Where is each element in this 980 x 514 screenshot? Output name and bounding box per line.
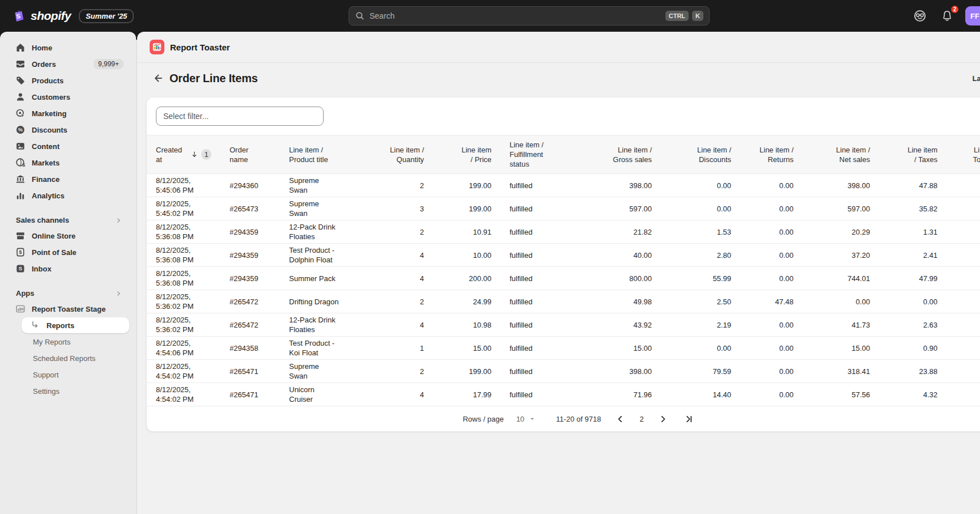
column-header-created[interactable]: Created at1 bbox=[147, 135, 220, 174]
cell-price: 24.99 bbox=[433, 290, 500, 313]
column-header-discounts[interactable]: Line item / Discounts bbox=[661, 135, 740, 174]
cell-price: 199.00 bbox=[433, 174, 500, 197]
cell-created: 8/12/2025, 4:54:02 PM bbox=[147, 360, 220, 383]
notifications-button[interactable]: 2 bbox=[938, 7, 956, 25]
sidebar-item-online-store[interactable]: Online Store bbox=[7, 228, 129, 244]
sidebar-item-analytics[interactable]: Analytics bbox=[7, 188, 129, 203]
sidebar-item-report-toaster-stage[interactable]: Report Toaster Stage bbox=[7, 301, 129, 317]
edition-badge[interactable]: Summer '25 bbox=[79, 9, 134, 23]
cell-discounts: 1.53 bbox=[661, 220, 740, 244]
sidebar-main-nav: HomeOrders9,999+ProductsCustomersMarketi… bbox=[7, 40, 129, 203]
column-header-label: Line item / Total sales bbox=[973, 145, 980, 164]
column-header-status[interactable]: Line item / Fulfillment status bbox=[500, 135, 569, 174]
cell-status: fulfilled bbox=[500, 290, 569, 313]
sidebar-item-label: Scheduled Reports bbox=[33, 354, 96, 363]
svg-text:$: $ bbox=[23, 162, 26, 168]
sidebar-item-content[interactable]: Content bbox=[7, 138, 129, 154]
cell-discounts: 2.50 bbox=[661, 290, 740, 313]
cell-product: Supreme Swan bbox=[280, 197, 348, 220]
cell-product: Test Product - Dolphin Float bbox=[280, 244, 348, 267]
sidebar-section-apps[interactable]: Apps bbox=[7, 284, 129, 301]
cell-status: fulfilled bbox=[500, 244, 569, 267]
cell-discounts: 2.19 bbox=[661, 313, 740, 337]
cell-net: 20.29 bbox=[803, 220, 879, 244]
column-header-order[interactable]: Order name bbox=[220, 135, 280, 174]
sidekick-button[interactable] bbox=[911, 7, 929, 25]
sidebar-item-marketing[interactable]: Marketing bbox=[7, 105, 129, 121]
page-title-row: Order Line Items Last 30 Days bbox=[137, 63, 980, 94]
cell-total: 0.00 bbox=[947, 290, 980, 313]
previous-page-button[interactable] bbox=[613, 412, 627, 426]
sidebar-item-scheduled-reports[interactable]: Scheduled Reports bbox=[7, 350, 129, 366]
next-page-button[interactable] bbox=[656, 412, 670, 426]
sidebar-item-my-reports[interactable]: My Reports bbox=[7, 334, 129, 350]
chevron-down-icon bbox=[529, 415, 536, 422]
sidebar-item-label: Inbox bbox=[32, 265, 52, 273]
sidebar-item-markets[interactable]: $Markets bbox=[7, 155, 129, 171]
sort-order-badge: 1 bbox=[201, 149, 211, 160]
sidebar-item-finance[interactable]: Finance bbox=[7, 171, 129, 187]
chevron-right-icon bbox=[114, 216, 122, 224]
sidebar-item-reports[interactable]: Reports bbox=[22, 317, 129, 333]
column-header-qty[interactable]: Line item / Quantity bbox=[348, 135, 433, 174]
sidebar-item-products[interactable]: Products bbox=[7, 73, 129, 88]
sidebar-item-point-of-sale[interactable]: $Point of Sale bbox=[7, 244, 129, 260]
cell-qty: 4 bbox=[348, 383, 433, 406]
last-page-button[interactable] bbox=[682, 412, 696, 426]
cell-status: fulfilled bbox=[500, 337, 569, 360]
sidebar-item-home[interactable]: Home bbox=[7, 40, 129, 56]
table-row: 8/12/2025, 5:36:02 PM#26547212-Pack Drin… bbox=[147, 313, 980, 337]
notification-count-badge: 2 bbox=[950, 5, 960, 14]
cell-price: 199.00 bbox=[433, 360, 500, 383]
sidebar-item-inbox[interactable]: SInbox bbox=[7, 261, 129, 277]
sidebar-item-settings[interactable]: Settings bbox=[7, 383, 129, 399]
column-header-price[interactable]: Line item / Price bbox=[433, 135, 500, 174]
chevron-left-icon bbox=[616, 414, 625, 424]
back-arrow-icon bbox=[152, 73, 164, 84]
cell-net: 398.00 bbox=[803, 174, 879, 197]
sidebar-item-label: Settings bbox=[33, 387, 60, 396]
sidebar-item-support[interactable]: Support bbox=[7, 367, 129, 383]
cell-qty: 4 bbox=[348, 267, 433, 290]
cell-taxes: 0.00 bbox=[879, 290, 947, 313]
column-header-total[interactable]: Line item / Total sales bbox=[947, 135, 980, 174]
sidebar-item-label: Reports bbox=[46, 321, 74, 330]
column-header-product[interactable]: Line item / Product title bbox=[280, 135, 348, 174]
column-header-label: Created at bbox=[156, 145, 188, 164]
column-header-returns[interactable]: Line item / Returns bbox=[740, 135, 803, 174]
cell-product: 12-Pack Drink Floaties bbox=[280, 220, 348, 244]
column-header-gross[interactable]: Line item / Gross sales bbox=[569, 135, 661, 174]
sidebar-item-orders[interactable]: Orders9,999+ bbox=[7, 56, 129, 72]
sidekick-icon bbox=[913, 9, 927, 23]
back-button[interactable] bbox=[150, 70, 166, 86]
avatar[interactable]: FF bbox=[965, 6, 980, 26]
sidebar-item-customers[interactable]: Customers bbox=[7, 89, 129, 105]
date-range-button[interactable]: Last 30 Days bbox=[973, 74, 980, 83]
filter-select-input[interactable] bbox=[156, 107, 324, 126]
sidebar-item-discounts[interactable]: %Discounts bbox=[7, 122, 129, 138]
cell-created: 8/12/2025, 5:45:06 PM bbox=[147, 174, 220, 197]
sidebar-section-sales-channels[interactable]: Sales channels bbox=[7, 211, 129, 228]
cell-returns: 0.00 bbox=[740, 197, 803, 220]
cell-order: #265471 bbox=[220, 383, 280, 406]
analytics-icon bbox=[15, 190, 26, 201]
search-icon bbox=[355, 11, 365, 21]
column-header-net[interactable]: Line item / Net sales bbox=[803, 135, 879, 174]
products-icon bbox=[15, 75, 26, 86]
cell-gross: 398.00 bbox=[569, 174, 661, 197]
marketing-icon bbox=[15, 108, 26, 119]
column-header-taxes[interactable]: Line item / Taxes bbox=[879, 135, 947, 174]
customers-icon bbox=[15, 91, 26, 103]
rows-per-page-select[interactable]: 10 bbox=[516, 415, 536, 423]
cell-qty: 3 bbox=[348, 197, 433, 220]
cell-returns: 0.00 bbox=[740, 337, 803, 360]
shopify-logo[interactable]: S shopify Summer '25 bbox=[0, 9, 134, 23]
cell-status: fulfilled bbox=[500, 267, 569, 290]
search-input[interactable]: Search CTRL K bbox=[349, 6, 710, 26]
column-header-label: Line item / Price bbox=[461, 145, 491, 164]
cell-net: 744.01 bbox=[803, 267, 879, 290]
cell-price: 199.00 bbox=[433, 197, 500, 220]
cell-taxes: 47.88 bbox=[879, 174, 947, 197]
cell-created: 8/12/2025, 5:36:08 PM bbox=[147, 220, 220, 244]
cell-total: 39.61 bbox=[947, 244, 980, 267]
